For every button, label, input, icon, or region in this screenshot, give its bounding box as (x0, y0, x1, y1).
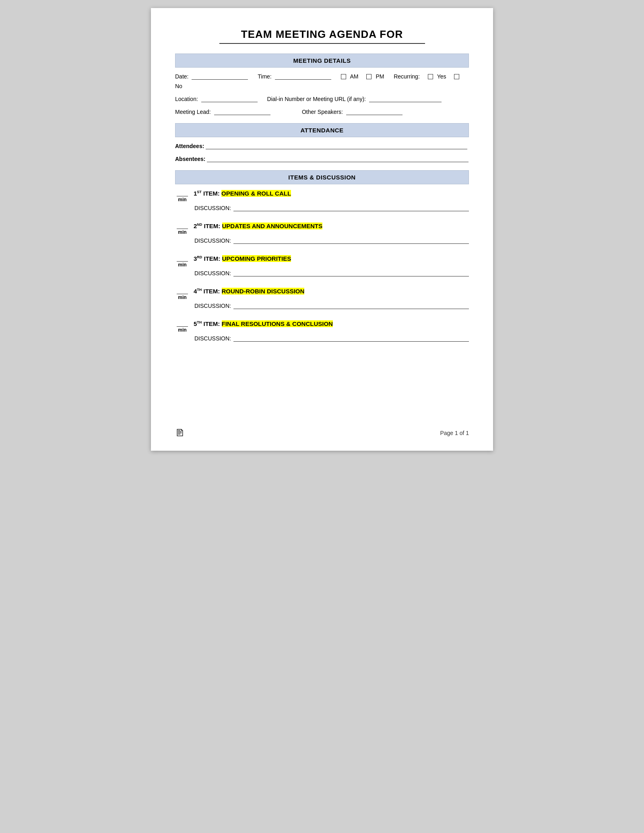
attendees-row: Attendees: (175, 143, 469, 149)
yes-label: Yes (437, 73, 446, 80)
meeting-lead-label: Meeting Lead: (175, 109, 211, 115)
attendance-section: ATTENDANCE Attendees: Absentees: (175, 123, 469, 162)
am-checkbox[interactable] (341, 74, 346, 79)
dialin-field[interactable] (369, 96, 442, 102)
absentees-row: Absentees: (175, 156, 469, 162)
item-2-min-label: min (178, 229, 186, 235)
agenda-item-2: min 2ND ITEM: UPDATES AND ANNOUNCEMENTS … (175, 223, 469, 244)
attendees-field[interactable] (206, 143, 467, 149)
agenda-item-4: min 4TH ITEM: ROUND-ROBIN DISCUSSION DIS… (175, 288, 469, 309)
item-5-title: 5TH ITEM: FINAL RESOLUTIONS & CONCLUSION (194, 320, 333, 327)
item-3-min-line[interactable] (177, 255, 188, 262)
date-field[interactable] (192, 73, 248, 80)
pm-label: PM (376, 73, 384, 80)
time-field[interactable] (275, 73, 331, 80)
title-underline (219, 43, 425, 44)
brand-icon: 🖹 (175, 427, 185, 439)
item-2-highlight: UPDATES AND ANNOUNCEMENTS (222, 223, 322, 229)
no-label: No (175, 83, 182, 89)
meeting-details-header: MEETING DETAILS (175, 54, 469, 68)
item-4-discussion-row: DISCUSSION: (194, 303, 469, 309)
meeting-lead-field[interactable] (214, 109, 270, 115)
items-discussion-section: ITEMS & DISCUSSION min 1ST ITEM: OPENING… (175, 170, 469, 342)
item-2-discussion-field[interactable] (233, 237, 469, 244)
item-4-header: min 4TH ITEM: ROUND-ROBIN DISCUSSION (175, 288, 469, 300)
agenda-item-5: min 5TH ITEM: FINAL RESOLUTIONS & CONCLU… (175, 320, 469, 342)
item-3-discussion-field[interactable] (233, 270, 469, 276)
location-label: Location: (175, 96, 198, 102)
item-5-discussion-row: DISCUSSION: (194, 335, 469, 342)
date-label: Date: (175, 73, 188, 80)
item-3-discussion-row: DISCUSSION: (194, 270, 469, 276)
location-field[interactable] (201, 96, 258, 102)
item-2-min-line[interactable] (177, 223, 188, 229)
item-3-discussion-label: DISCUSSION: (194, 270, 231, 276)
absentees-label: Absentees: (175, 156, 205, 162)
item-1-title: 1ST ITEM: OPENING & ROLL CALL (194, 190, 291, 197)
item-1-min-label: min (178, 197, 186, 202)
item-2-ordinal: ND (197, 223, 202, 227)
item-1-discussion-field[interactable] (233, 205, 469, 211)
item-5-discussion-field[interactable] (233, 335, 469, 342)
absentees-field[interactable] (207, 156, 469, 162)
page-footer: 🖹 Page 1 of 1 (175, 427, 469, 439)
item-5-discussion-label: DISCUSSION: (194, 335, 231, 342)
item-3-min-label: min (178, 262, 186, 268)
other-speakers-label: Other Speakers: (302, 109, 343, 115)
meeting-details-section: MEETING DETAILS Date: Time: AM PM Recurr… (175, 54, 469, 115)
time-label: Time: (258, 73, 271, 80)
agenda-item-3: min 3RD ITEM: UPCOMING PRIORITIES DISCUS… (175, 255, 469, 276)
item-5-min-block: min (175, 320, 190, 333)
pm-checkbox[interactable] (366, 74, 372, 79)
attendance-header: ATTENDANCE (175, 123, 469, 137)
no-checkbox[interactable] (454, 74, 459, 79)
item-4-ordinal: TH (197, 288, 202, 292)
date-time-row: Date: Time: AM PM Recurring: Yes No (175, 73, 469, 89)
am-label: AM (350, 73, 359, 80)
item-5-ordinal: TH (197, 320, 202, 324)
yes-checkbox[interactable] (428, 74, 433, 79)
item-1-discussion-row: DISCUSSION: (194, 205, 469, 211)
document-page: TEAM MEETING AGENDA FOR MEETING DETAILS … (151, 8, 493, 451)
location-row: Location: Dial-in Number or Meeting URL … (175, 96, 469, 102)
agenda-item-1: min 1ST ITEM: OPENING & ROLL CALL DISCUS… (175, 190, 469, 211)
lead-speakers-row: Meeting Lead: Other Speakers: (175, 109, 469, 115)
item-3-title: 3RD ITEM: UPCOMING PRIORITIES (194, 255, 291, 262)
item-4-min-block: min (175, 288, 190, 300)
items-discussion-header: ITEMS & DISCUSSION (175, 170, 469, 184)
item-1-highlight: OPENING & ROLL CALL (221, 190, 291, 197)
item-1-min-block: min (175, 190, 190, 202)
item-4-min-label: min (178, 295, 186, 300)
item-1-discussion-label: DISCUSSION: (194, 205, 231, 211)
item-5-highlight: FINAL RESOLUTIONS & CONCLUSION (222, 320, 333, 327)
item-2-title: 2ND ITEM: UPDATES AND ANNOUNCEMENTS (194, 223, 322, 229)
attendees-label: Attendees: (175, 143, 204, 149)
item-4-min-line[interactable] (177, 288, 188, 294)
item-4-discussion-label: DISCUSSION: (194, 303, 231, 309)
item-4-discussion-field[interactable] (233, 303, 469, 309)
item-3-highlight: UPCOMING PRIORITIES (222, 255, 291, 262)
item-4-title: 4TH ITEM: ROUND-ROBIN DISCUSSION (194, 288, 304, 295)
item-1-ordinal: ST (197, 190, 202, 194)
item-4-highlight: ROUND-ROBIN DISCUSSION (222, 288, 305, 295)
item-5-header: min 5TH ITEM: FINAL RESOLUTIONS & CONCLU… (175, 320, 469, 333)
item-3-min-block: min (175, 255, 190, 268)
item-2-header: min 2ND ITEM: UPDATES AND ANNOUNCEMENTS (175, 223, 469, 235)
item-5-min-line[interactable] (177, 320, 188, 327)
item-5-min-label: min (178, 327, 186, 333)
item-2-discussion-label: DISCUSSION: (194, 237, 231, 244)
item-2-discussion-row: DISCUSSION: (194, 237, 469, 244)
page-number: Page 1 of 1 (440, 430, 469, 436)
recurring-label: Recurring: (394, 73, 420, 80)
item-1-header: min 1ST ITEM: OPENING & ROLL CALL (175, 190, 469, 202)
page-title: TEAM MEETING AGENDA FOR (175, 28, 469, 41)
other-speakers-field[interactable] (346, 109, 402, 115)
item-2-min-block: min (175, 223, 190, 235)
item-1-min-line[interactable] (177, 190, 188, 196)
item-3-ordinal: RD (197, 255, 202, 259)
dialin-label: Dial-in Number or Meeting URL (if any): (267, 96, 366, 102)
item-3-header: min 3RD ITEM: UPCOMING PRIORITIES (175, 255, 469, 268)
